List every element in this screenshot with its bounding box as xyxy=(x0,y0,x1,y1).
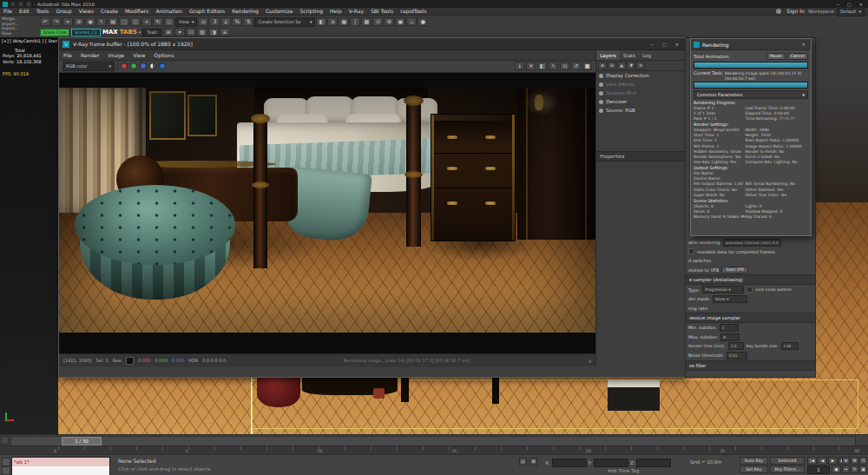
vfb-menu-item[interactable]: Image xyxy=(103,51,128,59)
workspace-dropdown[interactable]: Default ▾ xyxy=(837,7,865,16)
quick-undo-icon[interactable] xyxy=(18,2,23,7)
add-time-tag[interactable]: Add Time Tag xyxy=(608,468,639,473)
viewport-label[interactable]: [+] [ WrayCam001 ] [ Standard ] xyxy=(2,39,57,43)
macro-recorder-icon[interactable] xyxy=(2,466,10,475)
layer-item[interactable]: Display Correction xyxy=(596,71,685,80)
quick-redo-icon[interactable] xyxy=(26,2,31,7)
layer-item[interactable]: Source: RGB xyxy=(596,106,685,115)
y-coordinate-field[interactable] xyxy=(594,459,628,467)
start-ipr-button[interactable]: Start IPR xyxy=(721,267,748,274)
grid-view-icon[interactable]: ▧ xyxy=(197,28,207,36)
render-setup-icon[interactable]: ⚙ xyxy=(384,17,394,26)
select-and-scale-icon[interactable]: ◱ xyxy=(164,17,174,26)
visibility-icon[interactable] xyxy=(599,74,603,78)
selection-lock-icon[interactable]: ⊠ xyxy=(529,458,537,465)
menu-item[interactable]: Modifiers xyxy=(122,8,152,15)
autosave-interval-field[interactable]: autosave interval (min) 0.0 xyxy=(723,239,781,247)
set-key-button[interactable]: Set Key xyxy=(740,465,768,473)
zoom-icon[interactable]: ⊕ xyxy=(842,457,850,465)
redo-icon[interactable]: ↷ xyxy=(51,17,62,26)
listener-macro-line[interactable]: *ab 1* xyxy=(12,458,109,466)
menu-item[interactable]: Tools xyxy=(33,8,53,15)
isolate-selection-icon[interactable]: ◎ xyxy=(519,458,527,465)
menu-item[interactable]: Rendering xyxy=(228,8,262,15)
clear-image-icon[interactable]: ✕ xyxy=(526,62,536,70)
undo-icon[interactable]: ↶ xyxy=(40,17,50,26)
percent-snap-icon[interactable]: % xyxy=(232,17,242,26)
select-link-icon[interactable]: ∞ xyxy=(62,17,73,26)
tab-layers[interactable]: Layers xyxy=(596,50,620,60)
track-bar[interactable]: 051015202530 xyxy=(0,445,868,454)
material-editor-icon[interactable]: ⊙ xyxy=(372,17,383,26)
tab-options-icon[interactable]: ▾ xyxy=(174,28,185,36)
stop-render-icon[interactable]: ■ xyxy=(582,62,592,70)
rollout-image-sampler[interactable]: e sampler (Antialiasing) xyxy=(686,274,815,285)
visibility-icon[interactable] xyxy=(599,100,603,104)
cancel-button[interactable]: Cancel xyxy=(787,53,808,60)
erase-create-button[interactable]: Erase Crea xyxy=(40,29,69,36)
transport-button[interactable]: ◀ xyxy=(818,457,827,465)
tab-list-icon[interactable]: ≡ xyxy=(220,28,230,36)
rectangular-selection-icon[interactable]: □ xyxy=(119,17,129,26)
visibility-icon[interactable] xyxy=(599,91,603,96)
key-filters-button[interactable]: Key Filters... xyxy=(770,465,805,473)
close-icon[interactable]: ✕ xyxy=(673,41,681,48)
spinner-snap-icon[interactable]: ⇅ xyxy=(243,17,253,26)
min-subdivs-field[interactable]: 1 xyxy=(720,324,739,332)
save-image-icon[interactable]: ↓ xyxy=(515,62,524,70)
pause-button[interactable]: Pause xyxy=(766,53,786,60)
listener-script-line[interactable] xyxy=(12,466,109,475)
schematic-view-icon[interactable]: ▩ xyxy=(361,17,372,26)
move-layer-up-icon[interactable]: ▲ xyxy=(617,62,626,69)
checkbox-icon[interactable] xyxy=(746,287,753,293)
render-iterative-icon[interactable]: ● xyxy=(418,17,428,26)
menu-item[interactable]: Edit xyxy=(16,8,33,15)
maxscript-listener-icon[interactable] xyxy=(2,458,10,466)
menu-item[interactable]: V-Ray xyxy=(345,8,367,15)
unlink-selection-icon[interactable]: ⊘ xyxy=(74,17,84,26)
menu-item[interactable]: Customize xyxy=(262,8,297,15)
layer-options-icon[interactable]: ≡ xyxy=(636,62,645,69)
select-by-name-icon[interactable]: ▤ xyxy=(108,17,118,26)
sign-in-button[interactable]: Sign In xyxy=(783,8,808,15)
reference-coordinate-dropdown[interactable]: View ▾ xyxy=(175,17,197,27)
pin-tab-icon[interactable]: ⊡ xyxy=(186,28,196,36)
history-icon[interactable]: ↺ xyxy=(571,62,581,70)
menu-item[interactable]: Create xyxy=(97,8,122,15)
menu-item[interactable]: Help xyxy=(326,8,345,15)
vfb-menu-item[interactable]: Options xyxy=(149,51,178,59)
rendered-frame-icon[interactable]: ▣ xyxy=(395,17,405,26)
close-icon[interactable]: ✕ xyxy=(799,41,808,48)
layer-item[interactable]: Lens Effects xyxy=(596,80,685,89)
time-slider-handle[interactable]: 1 / 30 xyxy=(62,437,102,445)
duplicate-to-host-icon[interactable]: ◧ xyxy=(537,62,547,70)
add-layer-icon[interactable]: ⊕ xyxy=(598,62,607,69)
bind-to-space-warp-icon[interactable]: ◉ xyxy=(85,17,95,26)
current-frame-field[interactable]: 1 xyxy=(807,465,830,474)
menu-item[interactable]: rapidTools xyxy=(397,8,430,15)
zoom-region-icon[interactable]: ⊡ xyxy=(859,457,867,465)
minimize-icon[interactable]: ─ xyxy=(648,41,656,48)
file-operation-button[interactable]: Save xyxy=(2,31,38,36)
timeline-options-icon[interactable] xyxy=(1,436,9,445)
properties-header[interactable]: Properties xyxy=(596,151,685,162)
selection-set-dropdown[interactable]: Selected xyxy=(770,457,805,465)
menu-item[interactable]: Graph Editors xyxy=(186,8,228,15)
named-selection-set-dropdown[interactable]: Create Selection Se ▾ xyxy=(254,17,315,27)
render-mask-dropdown[interactable]: None ▾ xyxy=(713,295,747,303)
noise-threshold-field[interactable]: 0.01 xyxy=(727,352,747,360)
orbit-icon[interactable]: ↻ xyxy=(851,465,858,473)
vfb-menu-item[interactable]: File xyxy=(59,51,76,59)
vfb-menu-item[interactable]: View xyxy=(128,51,149,59)
menu-item[interactable]: SBI Tools xyxy=(367,8,397,15)
info-icon[interactable] xyxy=(159,63,166,69)
zoom-extents-icon[interactable]: ⊞ xyxy=(851,457,858,465)
select-and-rotate-icon[interactable]: ↻ xyxy=(153,17,163,26)
render-production-icon[interactable]: ☕ xyxy=(406,17,417,26)
visibility-icon[interactable] xyxy=(599,109,603,113)
use-pivot-center-icon[interactable]: ◎ xyxy=(198,17,208,26)
curve-editor-icon[interactable]: ∫ xyxy=(350,17,360,26)
common-parameters-rollout[interactable]: Common Parameters▾ xyxy=(694,90,808,99)
layer-item[interactable]: Sharpen/Blur xyxy=(596,89,685,97)
ray-bundle-field[interactable]: 128 xyxy=(781,342,799,350)
